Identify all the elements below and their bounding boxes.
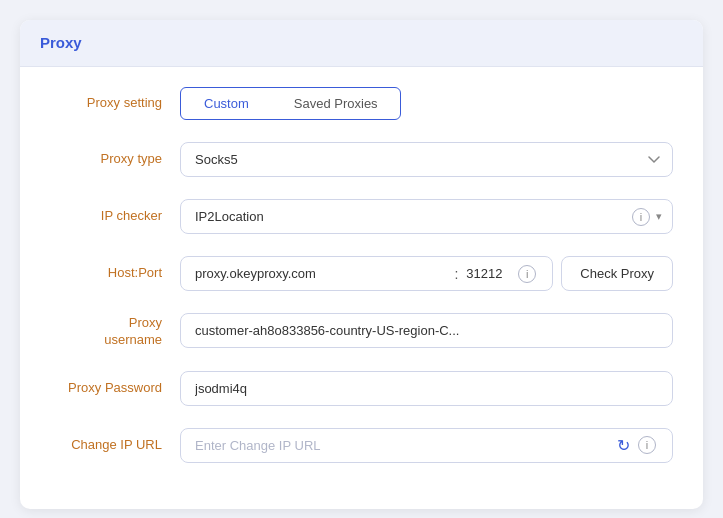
port-input[interactable] [466, 257, 518, 290]
proxy-setting-row: Proxy setting Custom Saved Proxies [50, 87, 673, 120]
proxy-type-select[interactable]: HTTP HTTPS Socks4 Socks5 [180, 142, 673, 177]
proxy-setting-toggle: Custom Saved Proxies [180, 87, 401, 120]
tab-custom[interactable]: Custom [182, 89, 271, 118]
proxy-type-select-wrap: HTTP HTTPS Socks4 Socks5 [180, 142, 673, 177]
proxy-username-input[interactable] [180, 313, 673, 348]
proxy-password-control [180, 371, 673, 406]
proxy-setting-control: Custom Saved Proxies [180, 87, 673, 120]
change-ip-wrap: ↻ i [180, 428, 673, 463]
proxy-username-label: Proxy username [50, 313, 180, 349]
host-port-info-icon[interactable]: i [518, 265, 536, 283]
ip-checker-row: IP checker IP2Location i ▾ [50, 199, 673, 234]
ip-checker-chevron-icon[interactable]: ▾ [656, 210, 662, 223]
ip-checker-wrap: IP2Location i ▾ [180, 199, 673, 234]
host-port-wrap: : i [180, 256, 553, 291]
page-title: Proxy [40, 34, 82, 51]
proxy-password-input[interactable] [180, 371, 673, 406]
proxy-username-row: Proxy username [50, 313, 673, 349]
proxy-username-control [180, 313, 673, 348]
tab-saved-proxies[interactable]: Saved Proxies [272, 88, 400, 119]
change-ip-url-row: Change IP URL ↻ i [50, 428, 673, 463]
host-port-separator: : [446, 266, 466, 282]
change-ip-url-control: ↻ i [180, 428, 673, 463]
proxy-password-row: Proxy Password [50, 371, 673, 406]
ip-checker-info-icon[interactable]: i [632, 208, 650, 226]
change-ip-url-label: Change IP URL [50, 436, 180, 454]
host-port-label: Host:Port [50, 264, 180, 282]
proxy-card: Proxy Proxy setting Custom Saved Proxies… [20, 20, 703, 509]
proxy-type-row: Proxy type HTTP HTTPS Socks4 Socks5 [50, 142, 673, 177]
card-body: Proxy setting Custom Saved Proxies Proxy… [20, 67, 703, 509]
ip-checker-control: IP2Location i ▾ [180, 199, 673, 234]
proxy-setting-label: Proxy setting [50, 94, 180, 112]
host-port-control: : i Check Proxy [180, 256, 673, 291]
proxy-password-label: Proxy Password [50, 379, 180, 397]
host-input[interactable] [195, 257, 446, 290]
check-proxy-button[interactable]: Check Proxy [561, 256, 673, 291]
change-ip-url-input[interactable] [195, 429, 617, 462]
ip-checker-label: IP checker [50, 207, 180, 225]
proxy-type-label: Proxy type [50, 150, 180, 168]
host-port-row: Host:Port : i Check Proxy [50, 256, 673, 291]
proxy-type-control: HTTP HTTPS Socks4 Socks5 [180, 142, 673, 177]
ip-checker-value: IP2Location [195, 200, 632, 233]
change-ip-info-icon[interactable]: i [638, 436, 656, 454]
refresh-icon[interactable]: ↻ [617, 436, 630, 455]
card-header: Proxy [20, 20, 703, 67]
